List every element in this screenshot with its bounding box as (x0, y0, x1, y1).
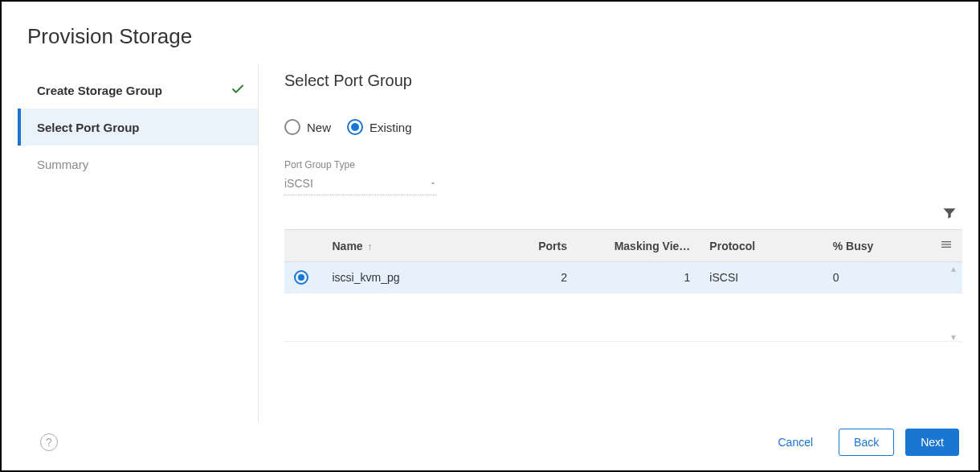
col-label: % Busy (833, 240, 874, 252)
check-icon (231, 82, 245, 99)
radio-icon (284, 119, 300, 135)
col-label: Ports (538, 240, 567, 252)
cell-name: iscsi_kvm_pg (323, 262, 492, 293)
table-header-row: Name ↑ Ports Masking Vie… Protocol % Bus… (284, 230, 962, 262)
col-protocol[interactable]: Protocol (700, 230, 823, 262)
help-icon[interactable]: ? (40, 433, 58, 451)
step-label: Select Port Group (37, 121, 140, 134)
radio-label: Existing (370, 121, 412, 134)
dialog-title: Provision Storage (2, 2, 978, 64)
step-select-port-group[interactable]: Select Port Group (18, 109, 258, 146)
main-panel: Select Port Group New Existing Port Grou… (259, 64, 978, 470)
cell-menu (930, 262, 962, 293)
col-label: Protocol (709, 240, 755, 252)
hamburger-icon[interactable] (940, 240, 953, 253)
col-busy[interactable]: % Busy (823, 230, 930, 262)
cancel-button[interactable]: Cancel (763, 429, 827, 456)
col-label: Name (333, 240, 363, 252)
table-row-empty (284, 293, 962, 342)
cell-busy: 0 (823, 262, 930, 293)
port-group-type-select[interactable]: iSCSI (284, 174, 437, 195)
sort-asc-icon: ↑ (368, 241, 373, 252)
col-ports[interactable]: Ports (492, 230, 577, 262)
step-label: Summary (37, 158, 88, 171)
step-summary[interactable]: Summary (18, 146, 258, 183)
col-masking-views[interactable]: Masking Vie… (577, 230, 700, 262)
col-name[interactable]: Name ↑ (323, 230, 492, 262)
cell-ports: 2 (492, 262, 577, 293)
cell-masking: 1 (577, 262, 700, 293)
svg-rect-0 (941, 241, 951, 242)
caret-down-icon (429, 177, 437, 190)
radio-existing[interactable]: Existing (347, 119, 412, 135)
filter-icon[interactable] (941, 205, 958, 224)
col-label: Masking Vie… (615, 240, 691, 252)
row-radio-icon (294, 270, 308, 285)
radio-icon (347, 119, 363, 135)
step-create-storage-group[interactable]: Create Storage Group (18, 72, 258, 109)
radio-new[interactable]: New (284, 119, 331, 135)
svg-rect-1 (941, 244, 951, 244)
section-heading: Select Port Group (284, 72, 962, 90)
port-group-type-field: Port Group Type iSCSI (284, 159, 437, 195)
radio-label: New (307, 121, 331, 134)
dialog-footer: ? Cancel Back Next (2, 414, 978, 470)
next-button[interactable]: Next (905, 429, 959, 456)
port-group-table: Name ↑ Ports Masking Vie… Protocol % Bus… (284, 229, 962, 342)
dialog-provision-storage: Provision Storage Create Storage Group S… (0, 0, 980, 472)
select-value: iSCSI (284, 177, 313, 190)
table-row[interactable]: iscsi_kvm_pg 2 1 iSCSI 0 (284, 262, 962, 293)
row-select-cell[interactable] (284, 262, 323, 293)
cell-protocol: iSCSI (700, 262, 823, 293)
dialog-body: Create Storage Group Select Port Group S… (2, 64, 978, 470)
col-select (284, 230, 323, 262)
col-menu[interactable] (930, 230, 962, 262)
field-label: Port Group Type (284, 159, 437, 170)
port-group-table-wrap: Name ↑ Ports Masking Vie… Protocol % Bus… (284, 229, 962, 342)
svg-rect-2 (941, 247, 951, 248)
wizard-steps: Create Storage Group Select Port Group S… (18, 64, 259, 422)
mode-radio-group: New Existing (284, 119, 962, 135)
step-label: Create Storage Group (37, 84, 162, 97)
back-button[interactable]: Back (839, 429, 894, 456)
